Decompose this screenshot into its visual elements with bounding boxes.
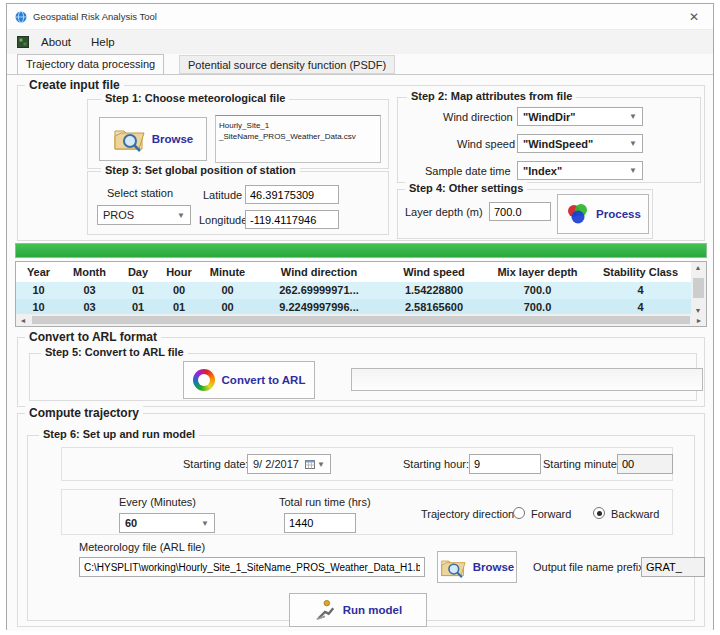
cell: 00 (200, 282, 255, 299)
cell: 4 (590, 282, 691, 299)
process-button[interactable]: Process (557, 194, 649, 234)
scroll-left-icon[interactable]: ◄ (16, 317, 30, 324)
vertical-scroll-thumb[interactable] (693, 278, 704, 298)
station-value: PROS (103, 209, 134, 221)
cell: 03 (61, 282, 118, 299)
select-station-label: Select station (107, 187, 173, 199)
close-icon[interactable]: ✕ (683, 8, 705, 26)
col-mix-layer-depth[interactable]: Mix layer depth (485, 262, 590, 282)
starting-minute-input[interactable] (617, 454, 673, 474)
convert-arl-title: Convert to ARL format (25, 330, 161, 344)
latitude-input[interactable] (245, 185, 339, 204)
longitude-input[interactable] (245, 210, 339, 229)
convert-to-arl-button[interactable]: Convert to ARL (183, 361, 315, 399)
scroll-right-icon[interactable]: ► (692, 317, 706, 324)
scroll-down-icon[interactable]: ▼ (691, 307, 705, 314)
chevron-down-icon: ▼ (629, 139, 637, 148)
wind-speed-value: "WindSpeed" (523, 138, 593, 150)
chevron-down-icon: ▼ (177, 211, 185, 220)
step2-title: Step 2: Map attributes from file (407, 90, 576, 102)
chevron-down-icon: ▼ (201, 519, 209, 528)
backward-radio-label: Backward (611, 508, 659, 520)
latitude-label: Latitude (203, 189, 242, 201)
starting-date-picker[interactable]: 9/ 2/2017 ▼ (247, 454, 331, 474)
every-minutes-select[interactable]: 60 ▼ (119, 513, 215, 533)
menu-about[interactable]: About (33, 33, 79, 51)
tab-content: Create input file Step 1: Choose meteoro… (7, 74, 713, 631)
col-year[interactable]: Year (16, 262, 61, 282)
tab-psdf[interactable]: Potential source density function (PSDF) (179, 55, 395, 74)
rainbow-cycle-icon (193, 369, 215, 391)
run-model-button[interactable]: Run model (289, 593, 427, 627)
convert-progress-bar (351, 368, 703, 391)
wind-speed-label: Wind speed (457, 138, 515, 150)
cell: 1.54228800 (383, 282, 485, 299)
convert-to-arl-label: Convert to ARL (222, 374, 306, 386)
met-file-label: Meteorology file (ARL file) (79, 541, 205, 553)
weather-data-table: Year Month Day Hour Minute Wind directio… (15, 261, 707, 327)
col-wind-speed[interactable]: Wind speed (383, 262, 485, 282)
met-file-input[interactable] (79, 557, 425, 577)
col-wind-direction[interactable]: Wind direction (255, 262, 383, 282)
cell: 10 (16, 282, 61, 299)
starting-hour-label: Starting hour: (403, 458, 469, 470)
step5-title: Step 5: Convert to ARL file (41, 346, 188, 358)
cell: 01 (118, 282, 158, 299)
horizontal-scrollbar[interactable]: ◄ ► (16, 314, 706, 326)
progress-bar (15, 243, 707, 258)
folder-search-icon (113, 126, 145, 152)
forward-radio[interactable] (513, 507, 525, 519)
browse-meteorological-button[interactable]: Browse (99, 117, 207, 161)
tab-strip: Trajectory data processing Potential sou… (7, 54, 713, 74)
wind-direction-label: Wind direction (443, 111, 513, 123)
menu-help[interactable]: Help (83, 33, 123, 51)
menu-bar: About Help (7, 30, 713, 54)
table-row[interactable]: 10 03 01 00 00 262.69999971... 1.5422880… (16, 282, 706, 299)
calendar-icon (305, 459, 315, 469)
layer-depth-input[interactable] (489, 202, 551, 221)
cell: 00 (158, 282, 200, 299)
step3-title: Step 3: Set global position of station (101, 164, 300, 176)
col-minute[interactable]: Minute (200, 262, 255, 282)
browse-meteorological-label: Browse (152, 133, 194, 145)
runner-icon (314, 599, 336, 621)
wind-speed-select[interactable]: "WindSpeed" ▼ (517, 134, 643, 153)
every-minutes-label: Every (Minutes) (119, 496, 196, 508)
col-day[interactable]: Day (118, 262, 158, 282)
wind-direction-select[interactable]: "WindDir" ▼ (517, 107, 643, 126)
output-prefix-input[interactable] (641, 557, 705, 577)
chevron-down-icon: ▼ (629, 166, 637, 175)
file-name-line2: _SiteName_PROS_Weather_Data.csv (219, 131, 377, 142)
sample-date-time-label: Sample date time (425, 165, 511, 177)
sample-date-time-value: "Index" (523, 165, 562, 177)
layer-depth-label: Layer depth (m) (405, 206, 483, 218)
vertical-scrollbar[interactable]: ▲ ▼ (691, 262, 706, 316)
table-header-row: Year Month Day Hour Minute Wind directio… (16, 262, 706, 282)
tab-trajectory-data-processing[interactable]: Trajectory data processing (17, 54, 164, 74)
col-month[interactable]: Month (61, 262, 118, 282)
starting-hour-input[interactable] (469, 454, 541, 474)
step1-title: Step 1: Choose meteorological file (101, 92, 289, 104)
forward-radio-label: Forward (531, 508, 571, 520)
folder-search-icon (440, 557, 466, 578)
starting-date-value: 9/ 2/2017 (253, 458, 299, 470)
horizontal-scroll-thumb[interactable] (32, 316, 690, 324)
step4-title: Step 4: Other settings (405, 182, 527, 194)
sample-date-time-select[interactable]: "Index" ▼ (517, 161, 643, 180)
starting-date-label: Starting date: (183, 458, 248, 470)
scroll-up-icon[interactable]: ▲ (691, 264, 705, 271)
starting-minute-label: Starting minute: (543, 458, 620, 470)
title-bar: Geospatial Risk Analysis Tool ✕ (7, 4, 713, 30)
file-name-line1: Hourly_Site_1 (219, 120, 377, 131)
total-run-time-input[interactable] (284, 513, 356, 533)
browse-arl-button[interactable]: Browse (437, 551, 517, 583)
backward-radio[interactable] (593, 507, 605, 519)
col-hour[interactable]: Hour (158, 262, 200, 282)
compute-trajectory-title: Compute trajectory (25, 406, 143, 420)
progress-fill (16, 244, 706, 257)
longitude-label: Longitude (199, 214, 247, 226)
col-stability-class[interactable]: Stability Class (590, 262, 691, 282)
wind-direction-value: "WindDir" (523, 111, 576, 123)
meteorological-file-display: Hourly_Site_1 _SiteName_PROS_Weather_Dat… (215, 115, 381, 163)
station-select[interactable]: PROS ▼ (97, 205, 191, 225)
